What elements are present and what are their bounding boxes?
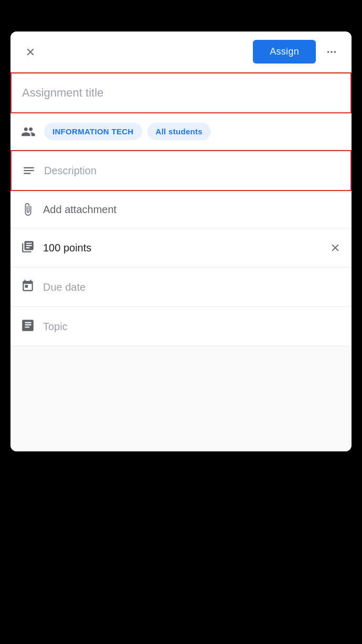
attachment-icon	[21, 203, 35, 216]
students-icon	[21, 124, 36, 139]
title-section	[10, 72, 352, 113]
app-sheet: Assign INFORMATION TECH All student	[10, 31, 352, 451]
description-section[interactable]: Description	[10, 150, 352, 191]
svg-point-2	[334, 51, 336, 53]
points-label: 100 points	[43, 242, 321, 254]
assignment-title-input[interactable]	[22, 86, 340, 100]
due-date-row[interactable]: Due date	[10, 268, 352, 307]
toolbar: Assign	[10, 31, 352, 72]
points-icon	[21, 240, 35, 256]
close-icon	[25, 46, 36, 58]
phone-container: Assign INFORMATION TECH All student	[0, 0, 362, 644]
due-date-label: Due date	[43, 281, 86, 293]
svg-point-1	[331, 51, 333, 53]
chips-container: INFORMATION TECH All students	[44, 123, 211, 140]
points-clear-button[interactable]	[329, 242, 341, 254]
toolbar-right: Assign	[253, 40, 341, 64]
class-chip[interactable]: INFORMATION TECH	[44, 123, 142, 140]
close-button[interactable]	[21, 43, 40, 61]
due-date-icon	[21, 279, 35, 295]
topic-label: Topic	[43, 321, 68, 333]
svg-point-0	[327, 51, 329, 53]
more-icon	[326, 46, 337, 58]
more-options-button[interactable]	[322, 43, 341, 61]
description-icon	[22, 164, 36, 177]
points-row[interactable]: 100 points	[10, 228, 352, 268]
assign-button[interactable]: Assign	[253, 40, 316, 64]
attachment-label: Add attachment	[43, 204, 116, 216]
topic-icon	[21, 319, 35, 334]
attachment-row[interactable]: Add attachment	[10, 191, 352, 228]
description-placeholder: Description	[44, 165, 97, 177]
bottom-space	[10, 346, 352, 451]
students-chip[interactable]: All students	[147, 123, 211, 140]
points-clear-icon	[329, 242, 341, 254]
class-row: INFORMATION TECH All students	[10, 113, 352, 150]
topic-row[interactable]: Topic	[10, 307, 352, 346]
